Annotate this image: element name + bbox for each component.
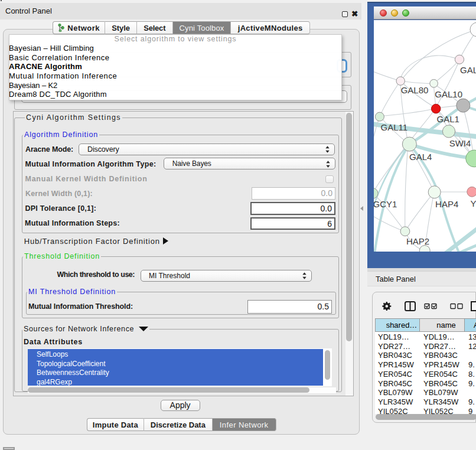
svg-text:SWI4: SWI4 xyxy=(449,138,471,148)
svg-text:Y: Y xyxy=(470,198,476,208)
svg-text:HAP2: HAP2 xyxy=(406,236,429,246)
svg-text:GAL80: GAL80 xyxy=(401,85,429,95)
svg-text:GAL11: GAL11 xyxy=(381,122,408,132)
svg-text:GAL4: GAL4 xyxy=(409,152,432,162)
svg-text:GAL1: GAL1 xyxy=(437,114,459,124)
svg-text:GAL: GAL xyxy=(460,65,476,75)
svg-text:GAL10: GAL10 xyxy=(435,89,462,99)
svg-text:GCY1: GCY1 xyxy=(374,199,397,209)
svg-text:HAP4: HAP4 xyxy=(435,199,458,209)
